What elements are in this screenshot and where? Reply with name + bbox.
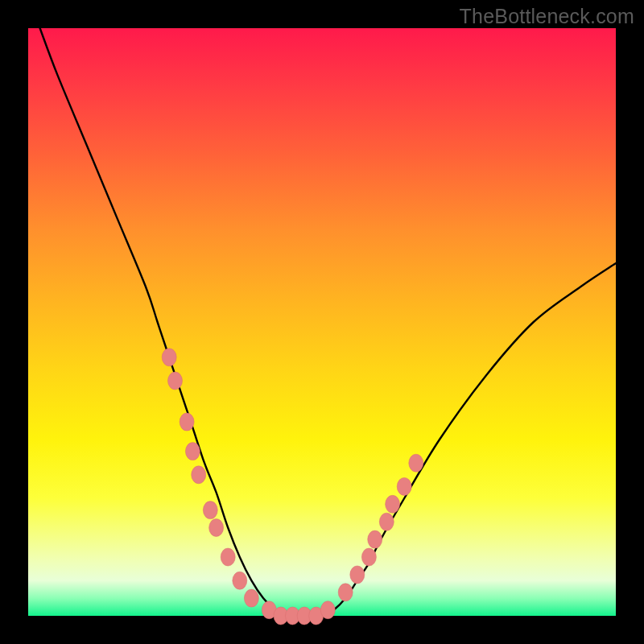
watermark-text: TheBottleneck.com bbox=[460, 5, 634, 28]
curve-marker bbox=[397, 477, 411, 495]
curve-marker bbox=[338, 584, 353, 601]
curve-marker bbox=[361, 548, 376, 566]
curve-marker bbox=[192, 466, 206, 484]
curve-marker bbox=[221, 548, 235, 566]
curve-marker bbox=[350, 566, 365, 584]
curve-marker bbox=[386, 495, 400, 513]
curve-marker bbox=[203, 502, 217, 519]
chart-frame: TheBottleneck.com bbox=[0, 0, 644, 644]
curve-marker bbox=[379, 513, 394, 530]
curve-marker bbox=[168, 372, 183, 390]
bottleneck-curve-path bbox=[40, 28, 616, 617]
curve-marker bbox=[185, 443, 200, 460]
curve-marker bbox=[162, 349, 176, 366]
curve-marker bbox=[209, 519, 224, 537]
curve-marker bbox=[244, 589, 258, 607]
plot-area bbox=[28, 28, 616, 616]
curve-marker bbox=[233, 572, 247, 589]
marker-group bbox=[162, 349, 423, 625]
bottleneck-curve-svg bbox=[28, 28, 616, 616]
curve-marker bbox=[320, 601, 335, 619]
curve-marker bbox=[180, 413, 194, 431]
curve-marker bbox=[368, 530, 382, 548]
curve-marker bbox=[409, 454, 423, 472]
